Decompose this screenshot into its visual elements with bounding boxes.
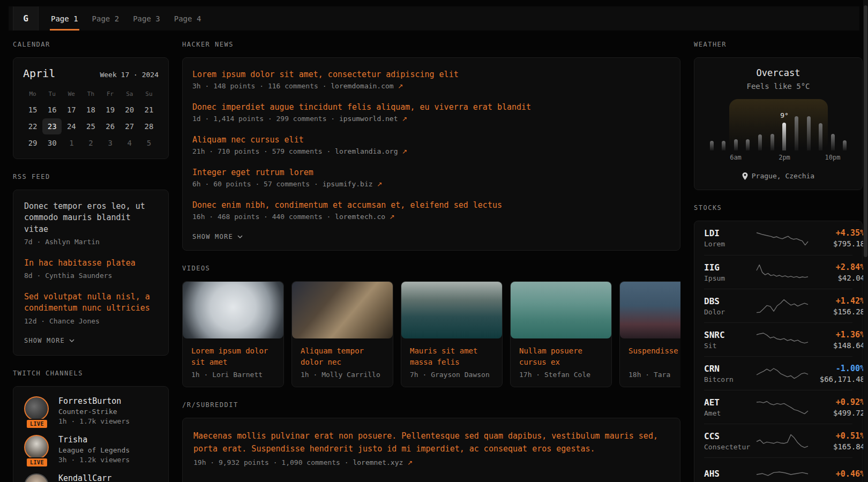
stock-price: $795.18	[809, 239, 865, 248]
calendar-day-header: We	[62, 87, 81, 101]
twitch-card: LIVE ForrestBurton Counter-Strike 1h · 1…	[13, 386, 169, 482]
calendar-day: 27	[120, 118, 139, 134]
stock-name: Sit	[704, 342, 755, 350]
stock-row[interactable]: CCS Consectetur +0.51% $165.84	[704, 424, 852, 457]
video-thumbnail[interactable]	[401, 282, 502, 338]
twitch-channel-name[interactable]: Trisha	[58, 435, 130, 445]
hn-item-title[interactable]: Aliquam nec cursus elit	[192, 135, 670, 145]
hn-item-domain[interactable]: ipsumworld.net	[339, 115, 398, 123]
twitch-channel[interactable]: KendallCarr	[24, 473, 158, 482]
stock-price: $156.28	[809, 307, 865, 316]
video-title[interactable]: Mauris sit amet massa felis	[410, 345, 493, 368]
stock-ticker[interactable]: CCS	[704, 431, 755, 441]
video-card[interactable]: Suspendisse diam 18h · Tara	[619, 281, 680, 387]
stock-price: $148.64	[809, 341, 865, 350]
hn-item-meta: 3h · 148 points · 116 comments · loremdo…	[192, 82, 670, 90]
rss-show-more-button[interactable]: SHOW MORE	[24, 337, 158, 344]
hn-meta-text: 21h · 710 points · 579 comments ·	[192, 147, 335, 155]
rss-item-meta: 8d · Cynthia Saunders	[24, 272, 158, 280]
stock-name: Consectetur	[704, 443, 755, 451]
video-thumbnail[interactable]	[511, 282, 611, 338]
calendar-section-label: CALENDAR	[13, 41, 169, 48]
calendar-section: CALENDAR April Week 17 · 2024 MoTuWeThFr…	[13, 41, 169, 159]
hn-item-title[interactable]: Donec imperdiet augue tincidunt felis al…	[192, 102, 670, 112]
hn-item-domain[interactable]: loremdomain.com	[331, 82, 393, 90]
stock-row[interactable]: AHS +0.46%	[704, 457, 852, 482]
calendar-day-header: Sa	[120, 87, 139, 101]
stock-row[interactable]: DBS Dolor +1.42% $156.28	[704, 289, 852, 322]
hn-item-domain[interactable]: loremtech.co	[335, 213, 385, 221]
video-title[interactable]: Nullam posuere cursus ex	[519, 345, 603, 368]
video-title[interactable]: Lorem ipsum dolor sit amet consectetu…	[191, 345, 275, 368]
video-card[interactable]: Aliquam tempor dolor nec pharetra… 1h · …	[291, 281, 393, 387]
reddit-post-meta: 19h · 9,932 points · 1,090 comments · lo…	[193, 458, 669, 466]
stock-ticker[interactable]: LDI	[704, 228, 755, 238]
reddit-post-title[interactable]: Maecenas mollis pulvinar erat non posuer…	[193, 430, 669, 455]
twitch-channel[interactable]: LIVE ForrestBurton Counter-Strike 1h · 1…	[24, 396, 158, 425]
app-logo[interactable]: G	[13, 6, 39, 31]
stocks-card: LDI Lorem +4.35% $795.18 IIG Ipsum	[694, 221, 863, 482]
top-nav: G Page 1 Page 2 Page 3 Page 4	[9, 6, 859, 31]
external-link-icon: ↗	[407, 459, 413, 466]
tab-page-3[interactable]: Page 3	[126, 6, 167, 31]
hn-item-domain[interactable]: loremlandia.org	[335, 147, 398, 155]
calendar-day-header: Th	[81, 87, 100, 101]
video-thumbnail[interactable]	[620, 282, 680, 338]
stock-ticker[interactable]: AET	[704, 397, 755, 408]
avatar	[24, 473, 49, 482]
hacker-news-card: Lorem ipsum dolor sit amet, consectetur …	[182, 57, 680, 251]
video-title[interactable]: Aliquam tempor dolor nec pharetra…	[301, 345, 384, 368]
weather-bar	[770, 134, 774, 150]
calendar-day: 24	[62, 118, 81, 134]
calendar-day: 16	[42, 102, 62, 118]
calendar-day: 17	[62, 102, 81, 118]
stock-row[interactable]: SNRC Sit +1.36% $148.64	[704, 322, 852, 356]
tab-page-1[interactable]: Page 1	[44, 6, 85, 31]
tab-page-2[interactable]: Page 2	[85, 6, 126, 31]
weather-bar	[831, 134, 835, 150]
stock-row[interactable]: IIG Ipsum +2.84% $42.04	[704, 255, 852, 289]
video-thumbnail[interactable]	[292, 282, 393, 338]
hn-item-title[interactable]: Integer eget rutrum lorem	[192, 168, 670, 177]
tab-page-4[interactable]: Page 4	[167, 6, 208, 31]
stock-row[interactable]: AET Amet +0.92% $499.72	[704, 390, 852, 424]
stock-ticker[interactable]: CRN	[704, 364, 755, 374]
weather-bar	[843, 140, 847, 150]
video-card[interactable]: Mauris sit amet massa felis 7h · Grayson…	[401, 281, 503, 387]
stock-name: Ipsum	[704, 274, 755, 282]
reddit-post-domain[interactable]: loremnet.xyz	[353, 458, 403, 466]
scrollbar-thumb[interactable]	[864, 5, 867, 257]
video-title[interactable]: Suspendisse diam	[628, 345, 680, 368]
hn-show-more-button[interactable]: SHOW MORE	[192, 233, 670, 240]
weather-time-row: 6am2pm10pm	[710, 154, 847, 163]
stock-ticker[interactable]: SNRC	[704, 330, 755, 340]
stock-ticker[interactable]: DBS	[704, 296, 755, 306]
video-meta: 7h · Grayson Dawson	[410, 371, 493, 379]
calendar-day-header: Mo	[23, 87, 42, 101]
weather-bar	[710, 141, 714, 150]
stock-change: -1.00%	[809, 364, 865, 373]
rss-item-title[interactable]: Sed volutpat nulla nisl, a condimentum n…	[24, 291, 158, 314]
hn-item-title[interactable]: Lorem ipsum dolor sit amet, consectetur …	[192, 70, 670, 79]
stock-row[interactable]: CRN Bitcorn -1.00% $66,171.48	[704, 356, 852, 390]
stock-row[interactable]: LDI Lorem +4.35% $795.18	[704, 221, 852, 255]
hn-item-meta: 6h · 60 points · 57 comments · ipsumify.…	[192, 180, 670, 188]
hn-item-title[interactable]: Donec enim nibh, condimentum et accumsan…	[192, 200, 670, 210]
video-card[interactable]: Nullam posuere cursus ex 17h · Stefan Co…	[510, 281, 612, 387]
twitch-channel-name[interactable]: ForrestBurton	[58, 396, 130, 406]
twitch-channel[interactable]: LIVE Trisha League of Legends 3h · 1.2k …	[24, 435, 158, 464]
rss-item-title[interactable]: In hac habitasse platea	[24, 258, 158, 269]
calendar-grid: MoTuWeThFrSaSu15161718192021222324252627…	[23, 87, 159, 151]
calendar-day: 2	[81, 135, 100, 151]
stock-ticker[interactable]: AHS	[704, 469, 755, 479]
rss-item-title[interactable]: Donec tempor eros leo, ut commodo mauris…	[24, 201, 158, 235]
video-card[interactable]: Lorem ipsum dolor sit amet consectetu… 1…	[182, 281, 284, 387]
video-meta: 17h · Stefan Cole	[519, 371, 603, 379]
stock-price: $42.04	[809, 274, 865, 282]
twitch-channel-name[interactable]: KendallCarr	[58, 473, 111, 482]
video-thumbnail[interactable]	[183, 282, 283, 338]
calendar-day: 1	[62, 135, 81, 151]
stock-price: $499.72	[809, 409, 865, 417]
stock-ticker[interactable]: IIG	[704, 262, 755, 273]
hn-item-domain[interactable]: ipsumify.biz	[323, 180, 373, 188]
